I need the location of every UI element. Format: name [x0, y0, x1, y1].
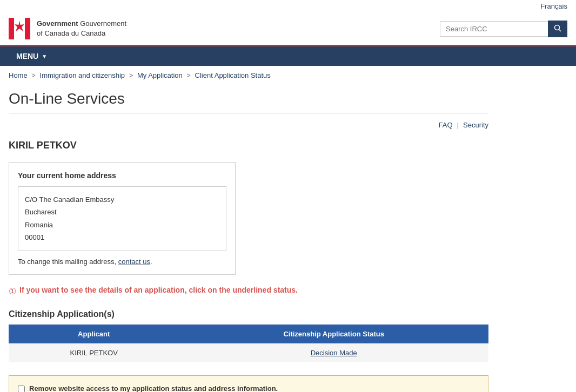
breadcrumb-home[interactable]: Home — [9, 71, 28, 79]
user-name: KIRIL PETKOV — [9, 140, 488, 151]
table-header-row: Applicant Citizenship Application Status — [9, 325, 488, 343]
address-change: To change this mailing address, contact … — [18, 258, 226, 266]
svg-rect-0 — [9, 18, 14, 39]
svg-line-5 — [559, 29, 561, 31]
info-text: If you want to see the details of an app… — [19, 286, 298, 294]
address-section: Your current home address C/O The Canadi… — [9, 162, 236, 275]
francais-link[interactable]: Français — [540, 2, 567, 10]
menu-button[interactable]: MENU ▼ — [9, 46, 55, 66]
contact-us-link[interactable]: contact us — [118, 258, 150, 266]
citizenship-section-title: Citizenship Application(s) — [9, 309, 488, 319]
decision-made-link[interactable]: Decision Made — [311, 349, 357, 357]
breadcrumb-my-application[interactable]: My Application — [137, 71, 183, 79]
breadcrumb-separator-1: > — [31, 71, 37, 79]
remove-access-box: Remove website access to my application … — [9, 375, 488, 392]
header: Government Gouvernement of Canada du Can… — [0, 12, 576, 46]
security-link[interactable]: Security — [463, 121, 488, 129]
address-change-text: To change this mailing address, — [18, 258, 116, 266]
col-applicant: Applicant — [9, 325, 179, 343]
address-line-4: 00001 — [25, 231, 219, 244]
address-line-3: Romania — [25, 219, 219, 231]
government-name: Government Gouvernement of Canada du Can… — [37, 19, 126, 38]
main-content: On-Line Services FAQ | Security KIRIL PE… — [0, 85, 497, 392]
faq-link[interactable]: FAQ — [439, 121, 453, 129]
top-links: FAQ | Security — [9, 121, 488, 129]
col-status: Citizenship Application Status — [179, 325, 488, 343]
applicant-name: KIRIL PETKOV — [9, 343, 179, 362]
search-input[interactable] — [440, 21, 548, 37]
canada-flag-icon — [9, 18, 30, 39]
search-button[interactable] — [548, 21, 567, 37]
address-line-2: Bucharest — [25, 206, 219, 218]
top-bar: Français — [0, 0, 576, 12]
remove-access-checkbox-label: Remove website access to my application … — [29, 384, 278, 392]
citizenship-table: Applicant Citizenship Application Status… — [9, 325, 488, 362]
svg-point-4 — [555, 25, 560, 30]
info-message: ① If you want to see the details of an a… — [9, 286, 488, 296]
period: . — [150, 258, 152, 266]
title-divider — [9, 113, 488, 113]
breadcrumb-client-status[interactable]: Client Application Status — [195, 71, 271, 79]
address-label: Your current home address — [18, 171, 226, 180]
address-line-1: C/O The Canadian Embassy — [25, 193, 219, 206]
link-separator: | — [457, 121, 459, 129]
remove-access-label[interactable]: Remove website access to my application … — [18, 384, 479, 392]
remove-access-checkbox[interactable] — [18, 386, 25, 392]
breadcrumb-immigration[interactable]: Immigration and citizenship — [40, 71, 125, 79]
address-box: C/O The Canadian Embassy Bucharest Roman… — [18, 186, 226, 251]
logo-area: Government Gouvernement of Canada du Can… — [9, 18, 126, 39]
breadcrumb-separator-3: > — [186, 71, 192, 79]
svg-rect-1 — [25, 18, 30, 39]
table-row: KIRIL PETKOV Decision Made — [9, 343, 488, 362]
info-text-strong: If you want to see the details of an app… — [19, 286, 298, 294]
application-status: Decision Made — [179, 343, 488, 362]
page-title: On-Line Services — [9, 90, 488, 107]
breadcrumb: Home > Immigration and citizenship > My … — [0, 66, 576, 85]
nav-bar: MENU ▼ — [0, 46, 576, 66]
menu-label: MENU — [16, 52, 38, 60]
info-icon: ① — [9, 286, 16, 296]
breadcrumb-separator-2: > — [129, 71, 135, 79]
search-icon — [554, 24, 561, 32]
search-area — [440, 21, 567, 37]
chevron-down-icon: ▼ — [42, 53, 47, 59]
